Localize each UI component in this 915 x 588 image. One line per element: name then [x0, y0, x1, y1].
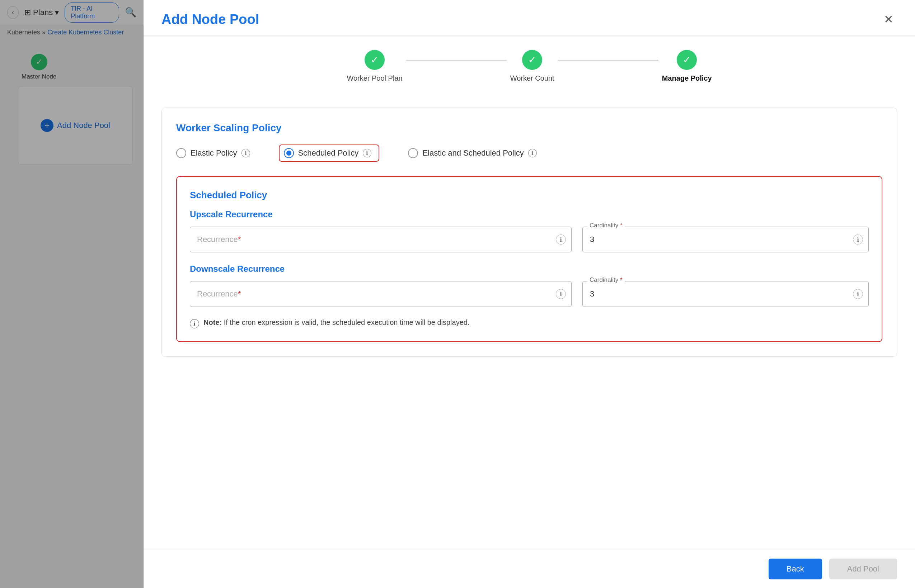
downscale-recurrence-field: Recurrence* ℹ: [190, 281, 572, 307]
downscale-cardinality-input[interactable]: [582, 281, 869, 307]
upscale-cardinality-field: Cardinality * ℹ: [582, 226, 869, 252]
elastic-scheduled-info-icon[interactable]: ℹ: [528, 149, 537, 157]
step-manage-policy: ✓ Manage Policy: [662, 50, 712, 82]
step-done-icon-3: ✓: [677, 50, 697, 70]
downscale-cardinality-info-icon[interactable]: ℹ: [853, 289, 863, 299]
downscale-recurrence-info-icon[interactable]: ℹ: [556, 289, 566, 299]
downscale-recurrence-input[interactable]: [190, 281, 572, 307]
upscale-recurrence-title: Upscale Recurrence: [190, 209, 869, 220]
radio-scheduled-policy[interactable]: Scheduled Policy ℹ: [284, 148, 372, 158]
stepper: ✓ Worker Pool Plan ✓ Worker Count ✓ Mana…: [144, 36, 915, 97]
step-label-2: Worker Count: [510, 74, 554, 82]
upscale-cardinality-info-icon[interactable]: ℹ: [853, 234, 863, 244]
upscale-form-row: Recurrence* ℹ Cardinality * ℹ: [190, 226, 869, 252]
close-button[interactable]: ✕: [880, 11, 897, 28]
step-label-1: Worker Pool Plan: [347, 74, 402, 82]
radio-scheduled-policy-selected-box: Scheduled Policy ℹ: [279, 144, 380, 162]
step-done-icon-2: ✓: [522, 50, 542, 70]
step-line-1: [406, 60, 507, 61]
note-info-icon: ℹ: [190, 319, 199, 328]
content-card: Worker Scaling Policy Elastic Policy ℹ S…: [162, 108, 897, 357]
radio-scheduled-label: Scheduled Policy: [298, 149, 359, 158]
radio-elastic-scheduled-outer: [408, 148, 418, 158]
upscale-recurrence-input[interactable]: [190, 226, 572, 252]
note-row: ℹ Note: If the cron expression is valid,…: [190, 318, 869, 328]
upscale-recurrence-info-icon[interactable]: ℹ: [556, 234, 566, 244]
step-label-3: Manage Policy: [662, 74, 712, 82]
downscale-cardinality-label: Cardinality *: [587, 276, 625, 284]
scheduled-policy-section: Scheduled Policy Upscale Recurrence Recu…: [176, 176, 883, 342]
policy-radio-group: Elastic Policy ℹ Scheduled Policy ℹ: [176, 144, 883, 162]
dialog-title: Add Node Pool: [162, 12, 259, 27]
step-done-icon-1: ✓: [364, 50, 385, 70]
radio-elastic-label: Elastic Policy: [191, 149, 237, 158]
note-text: Note: If the cron expression is valid, t…: [204, 318, 469, 326]
upscale-recurrence-field: Recurrence* ℹ: [190, 226, 572, 252]
back-button[interactable]: Back: [769, 559, 822, 579]
dialog-header: Add Node Pool ✕: [144, 0, 915, 36]
dialog-footer: Back Add Pool: [144, 550, 915, 588]
radio-elastic-scheduled-policy[interactable]: Elastic and Scheduled Policy ℹ: [408, 148, 537, 158]
upscale-cardinality-input[interactable]: [582, 226, 869, 252]
step-worker-pool-plan: ✓ Worker Pool Plan: [347, 50, 402, 82]
step-worker-count: ✓ Worker Count: [510, 50, 554, 82]
scheduled-info-icon[interactable]: ℹ: [363, 149, 371, 157]
worker-scaling-policy-title: Worker Scaling Policy: [176, 122, 883, 134]
scheduled-policy-title: Scheduled Policy: [190, 190, 869, 201]
add-node-pool-dialog: Add Node Pool ✕ ✓ Worker Pool Plan ✓ Wor…: [144, 0, 915, 588]
downscale-form-row: Recurrence* ℹ Cardinality * ℹ: [190, 281, 869, 307]
radio-elastic-policy[interactable]: Elastic Policy ℹ: [176, 148, 250, 158]
upscale-cardinality-label: Cardinality *: [587, 222, 625, 229]
radio-scheduled-inner: [286, 150, 292, 156]
elastic-info-icon[interactable]: ℹ: [241, 149, 250, 157]
radio-elastic-outer: [176, 148, 186, 158]
dialog-body: Worker Scaling Policy Elastic Policy ℹ S…: [144, 97, 915, 550]
radio-elastic-scheduled-label: Elastic and Scheduled Policy: [422, 149, 524, 158]
step-line-2: [558, 60, 658, 61]
downscale-recurrence-title: Downscale Recurrence: [190, 264, 869, 274]
add-pool-button[interactable]: Add Pool: [829, 559, 897, 579]
radio-scheduled-outer: [284, 148, 294, 158]
downscale-cardinality-field: Cardinality * ℹ: [582, 281, 869, 307]
